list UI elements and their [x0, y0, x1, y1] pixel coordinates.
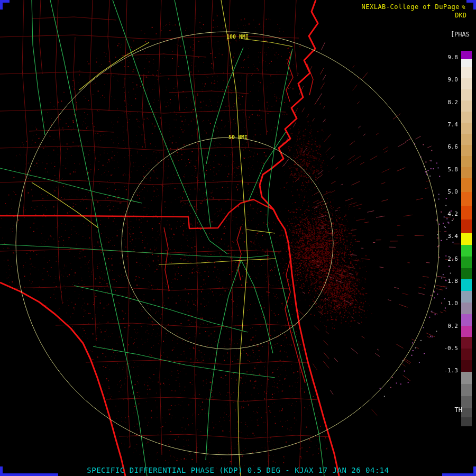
- colorbar-segment: [461, 51, 472, 59]
- highway-green: [93, 346, 275, 378]
- river: [285, 259, 305, 383]
- county-boundary: [122, 54, 206, 57]
- colorbar-segment: [461, 257, 472, 268]
- colorbar-segment: [461, 303, 472, 314]
- county-boundary: [299, 341, 301, 473]
- colorbar-segment: [461, 123, 472, 134]
- colorbar-units-label: [PHAS: [451, 31, 470, 38]
- colorbar-segment: [461, 178, 472, 192]
- highway-yellow: [32, 182, 98, 228]
- colorbar-segment: [461, 360, 472, 372]
- state-border: [0, 199, 273, 228]
- colorbar-segment: [461, 112, 472, 123]
- county-boundary: [29, 130, 114, 132]
- county-boundary: [0, 249, 281, 253]
- colorbar-segment: [461, 134, 472, 145]
- colorbar-segment: [461, 78, 472, 89]
- colorbar-segment: [461, 145, 472, 156]
- coastline: [260, 0, 339, 476]
- colorbar-segment: [461, 326, 472, 337]
- county-boundary: [74, 37, 77, 111]
- colorbar-segment: [461, 245, 472, 257]
- highway-green: [206, 48, 243, 164]
- county-boundary: [56, 0, 62, 304]
- colorbar-segment: [461, 219, 472, 233]
- highway-green: [32, 0, 45, 135]
- brand-label: NEXLAB-College of DuPage: [361, 3, 459, 11]
- county-boundary: [106, 397, 318, 401]
- colorbar-tick-label: 1.8: [441, 278, 458, 285]
- range-ring: [16, 32, 439, 455]
- colorbar-segment: [461, 100, 472, 112]
- county-boundary: [211, 0, 214, 74]
- colorbar-segment: [461, 291, 472, 303]
- corner-mark-top-left: [0, 0, 10, 10]
- colorbar-tick-label: -1.3: [441, 368, 458, 374]
- county-boundary: [0, 180, 260, 185]
- county-boundary: [227, 0, 233, 465]
- colorbar-tick-label: 2.6: [441, 256, 458, 262]
- highway-green: [249, 132, 286, 201]
- county-boundary: [32, 17, 116, 20]
- colorbar-tick-label: 8.2: [441, 99, 458, 106]
- county-boundary: [119, 434, 331, 438]
- colorbar-segment: [461, 349, 472, 360]
- coastline: [0, 282, 125, 476]
- colorbar-tick-label: -0.5: [441, 345, 458, 352]
- county-boundary: [169, 91, 249, 94]
- colorbar-tick-label: 9.0: [441, 77, 458, 83]
- brand-text: NEXLAB-College of DuPage%: [361, 3, 465, 11]
- highway-green: [0, 244, 269, 258]
- county-boundary: [22, 0, 28, 216]
- highway-green: [268, 49, 324, 476]
- colorbar-segment: [461, 408, 472, 417]
- colorbar-tick-label: 3.4: [441, 233, 458, 240]
- colorbar-tick-label: 5.8: [441, 167, 458, 173]
- highway-yellow: [246, 230, 275, 233]
- county-boundary: [125, 0, 130, 447]
- county-boundary: [177, 37, 180, 111]
- colorbar-segment: [461, 337, 472, 349]
- colorbar-segment: [461, 233, 472, 245]
- county-boundary: [294, 0, 297, 74]
- colorbar-segment: [461, 279, 472, 291]
- product-code-label: DKD: [455, 12, 466, 19]
- colorbar-segment: [461, 89, 472, 100]
- county-boundary: [0, 109, 286, 113]
- colorbar-tick-label: 5.0: [441, 189, 458, 195]
- highway-green: [50, 0, 147, 476]
- range-ring-label-100nmi: 100 NMI: [226, 34, 249, 40]
- county-boundary: [159, 0, 164, 455]
- colorbar-segment: [461, 417, 472, 426]
- colorbar-tick-label: 0.2: [441, 323, 458, 329]
- colorbar-segment: [461, 372, 472, 384]
- county-boundary: [194, 0, 199, 463]
- colorbar-segment: [461, 396, 472, 408]
- colorbar-tick-label: 9.8: [441, 54, 458, 61]
- map-overlay: [0, 0, 476, 476]
- colorbar-tick-label: 1.0: [441, 300, 458, 307]
- county-boundary: [0, 146, 272, 150]
- highway-green: [206, 260, 241, 460]
- county-boundary: [0, 72, 292, 76]
- colorbar-segment: [461, 192, 472, 206]
- colorbar-segment: [461, 384, 472, 396]
- colorbar-tick-label: 7.4: [441, 122, 458, 128]
- county-boundary: [56, 323, 296, 327]
- county-boundary: [262, 0, 267, 135]
- colorbar-tick-label: 4.2: [441, 211, 458, 217]
- county-boundary: [0, 35, 299, 39]
- highway-green: [175, 0, 210, 227]
- range-ring-label-50nmi: 50 NMI: [228, 134, 248, 140]
- status-bar: SPECIFIC DIFFERENTIAL PHASE (KDP) 0.5 DE…: [0, 466, 476, 474]
- corner-mark-top-right: [466, 0, 476, 10]
- colorbar-segment: [461, 156, 472, 167]
- colorbar-segment: [461, 67, 472, 78]
- county-boundary: [86, 360, 308, 364]
- colorbar-segment: [461, 314, 472, 326]
- colorbar-tick-label: 6.6: [441, 144, 458, 150]
- river: [237, 226, 241, 280]
- radar-display: 100 NMI 50 NMI NEXLAB-College of DuPage%…: [0, 0, 476, 476]
- highway-green: [0, 168, 142, 203]
- colorbar-bottom-label: TH: [455, 406, 462, 414]
